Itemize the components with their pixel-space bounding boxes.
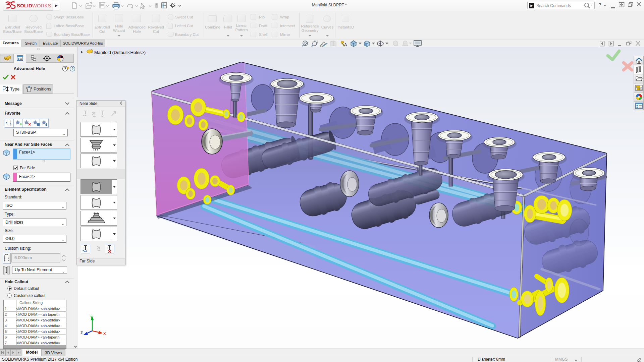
svg-text:Z: Z bbox=[80, 331, 83, 335]
svg-text:?: ? bbox=[71, 67, 74, 71]
svg-text:SOLIDWORKS: SOLIDWORKS bbox=[17, 3, 51, 8]
svg-text:?: ? bbox=[64, 67, 66, 71]
svg-text:A: A bbox=[344, 43, 347, 47]
svg-text:Y: Y bbox=[90, 315, 93, 319]
svg-text:X: X bbox=[103, 331, 106, 336]
svg-text:Manifold (Default<Holes>): Manifold (Default<Holes>) bbox=[94, 50, 146, 55]
